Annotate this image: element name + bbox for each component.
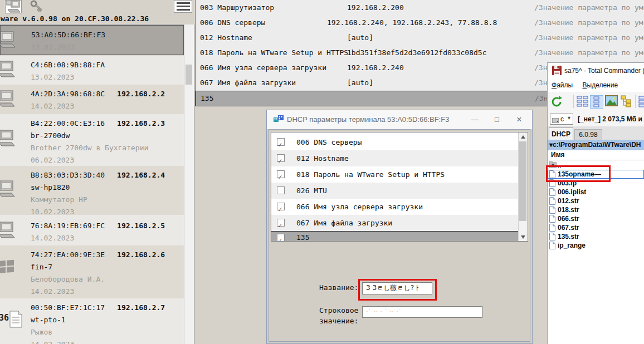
dhcp-option-row[interactable]: 026 MTU xyxy=(271,183,519,199)
file-row[interactable]: 006.iplist xyxy=(548,188,644,196)
key-icon[interactable] xyxy=(29,0,45,14)
string-value-input[interactable]: ·˙ ·· · ˙ ·· ·˙ xyxy=(362,306,482,318)
param-name: 066 Имя узла сервера загрузки xyxy=(200,60,326,75)
file-icon xyxy=(549,242,555,252)
dhcp-option-row-selected[interactable]: ✓ 135 xyxy=(271,231,519,242)
terminal-ip: 192.168.2.3 xyxy=(117,119,165,127)
table-row[interactable]: 018 Пароль на WTware Setup и HTTPS 1bd35… xyxy=(196,45,644,60)
tc-column-header[interactable]: Имя xyxy=(548,150,644,160)
param-value: 192.168.2.200 xyxy=(347,0,404,15)
table-row[interactable]: 006 DNS серверы 192.168.2.240, 192.168.2… xyxy=(196,15,644,30)
tab-6098[interactable]: 6.0.98 xyxy=(574,129,602,140)
file-name: 066.str xyxy=(558,214,579,223)
maximize-button[interactable]: □ xyxy=(487,110,506,129)
terminal-date: 14.02.2023 xyxy=(31,100,184,112)
param-comment: /Значение параметра по ум xyxy=(534,15,643,30)
drive-combobox[interactable]: c ▼ xyxy=(550,114,573,125)
hamburger-menu-icon[interactable] xyxy=(174,0,192,13)
option-label: 026 MTU xyxy=(296,183,327,199)
terminal-note: Brother 2700dw в Бухгатерии xyxy=(31,142,184,154)
terminal-hostname: fin-7 xyxy=(31,261,184,273)
tc-path-bar[interactable]: ▾c:\ProgramData\WTware\DH xyxy=(548,140,644,150)
param-comment: /Значение параметра по умо xyxy=(534,45,644,60)
scrollbar-thumb[interactable] xyxy=(186,65,192,85)
tc-toolbar xyxy=(548,92,644,112)
terminal-date: 13.02.2023 xyxy=(31,71,184,83)
table-row[interactable]: 003 Маршрутизатор 192.168.2.200 /Значени… xyxy=(196,0,644,15)
terminal-item[interactable]: 36 00:50:BF:E7:1C:17192.168.2.7 wt-pto-1… xyxy=(0,298,184,344)
terminal-item[interactable]: B4:22:00:0C:E3:16192.168.2.3 br-2700dw B… xyxy=(0,114,184,166)
tree-view-icon[interactable] xyxy=(620,95,632,109)
terminal-date: 14.02.2023 xyxy=(31,338,184,344)
full-view-icon[interactable] xyxy=(590,95,603,109)
string-value-label-line2: значение: xyxy=(319,317,358,325)
table-row[interactable]: 012 Hostname [auto] /Значение параметра … xyxy=(196,30,644,45)
checkbox-unchecked[interactable] xyxy=(277,186,285,194)
menu-files[interactable]: Файлы xyxy=(552,81,573,89)
menu-selection[interactable]: Выделение xyxy=(582,81,618,89)
tc-tab-bar: DHCP 6.0.98 xyxy=(548,126,644,140)
dhcp-dialog-icon xyxy=(274,115,284,124)
floppy-disk-icon xyxy=(552,66,562,77)
thumbnails-view-icon[interactable] xyxy=(605,95,618,108)
terminal-icon xyxy=(0,222,17,243)
checkbox-checked[interactable]: ✓ xyxy=(277,154,285,162)
toolbar-icon-partial[interactable] xyxy=(638,95,644,109)
file-row[interactable]: 067.str xyxy=(548,223,644,232)
terminal-mac: 53:A0:5D:66:BF:F3 xyxy=(31,31,105,39)
sidebar-scrollbar[interactable] xyxy=(184,24,194,344)
terminal-mac: 4A:2D:3A:98:68:8C xyxy=(31,90,105,98)
terminal-hostname: sw-hp1820 xyxy=(31,181,184,194)
file-name: 135.str xyxy=(558,232,579,241)
terminal-mac: 76:8A:19:EB:69:FC xyxy=(31,222,105,230)
dhcp-option-row[interactable]: ✓ 012 Hostname xyxy=(271,150,519,166)
file-row[interactable]: 012.str xyxy=(548,196,644,205)
brief-view-icon[interactable] xyxy=(577,95,589,109)
dhcp-option-row[interactable]: ✓ 006 DNS серверы xyxy=(271,134,519,150)
terminals-view-button[interactable] xyxy=(5,0,22,13)
tab-dhcp[interactable]: DHCP xyxy=(549,127,573,140)
terminal-item[interactable]: C4:6B:08:9B:88:FA 13.02.2023 xyxy=(0,56,184,85)
minimize-button[interactable]: — xyxy=(465,110,484,129)
dialog-titlebar[interactable]: DHCP параметры терминала 53:A0:5D:66:BF:… xyxy=(267,110,532,129)
dhcp-option-row[interactable]: ✓ 067 Имя файла загрузки xyxy=(271,215,519,231)
terminal-hostname: wt-pto-1 xyxy=(31,314,184,326)
option-label: 006 DNS серверы xyxy=(296,134,362,150)
tc-titlebar[interactable]: sa75^ - Total Commander ( xyxy=(548,63,644,78)
screen: ware v.6.0.98 on 20.CF.30.08.22.36 53:A0… xyxy=(0,0,644,344)
terminal-item[interactable]: 74:27:EA:00:9E:3E192.168.2.6 fin-7 Белоб… xyxy=(0,245,184,298)
terminal-item[interactable]: B8:83:03:D3:3D:40192.168.2.4 sw-hp1820 К… xyxy=(0,166,184,215)
terminal-item[interactable]: 53:A0:5D:66:BF:F3 13.02.2023 xyxy=(0,25,184,55)
checkbox-checked[interactable]: ✓ xyxy=(277,170,285,178)
param-name: 018 Пароль на WTware Setup и HTTPS xyxy=(200,45,348,60)
drive-info: [_нет_] 2 073,5 Мб и xyxy=(578,115,642,123)
dhcp-dialog: DHCP параметры терминала 53:A0:5D:66:BF:… xyxy=(266,110,533,344)
scrollbar-thumb[interactable] xyxy=(519,141,526,221)
chevron-down-icon: ▼ xyxy=(567,115,572,121)
dialog-list-scrollbar[interactable] xyxy=(518,132,528,241)
name-field-label: Название: xyxy=(319,283,358,292)
file-row[interactable]: ip_range xyxy=(548,241,644,250)
terminal-item[interactable]: 76:8A:19:EB:69:FC192.168.2.5 14.02.2023 xyxy=(0,215,184,245)
terminal-badge: 36 xyxy=(0,312,9,324)
scroll-up-icon[interactable] xyxy=(519,132,528,141)
terminal-hostname: br-2700dw xyxy=(31,130,184,142)
checkbox-checked[interactable]: ✓ xyxy=(277,203,285,210)
terminal-date: 06.02.2023 xyxy=(31,154,184,166)
param-value: 1bd351f38ef5d2d3e6912fd033c08d5c xyxy=(347,45,486,60)
file-row[interactable]: 135.str xyxy=(548,232,644,241)
file-row[interactable]: 066.str xyxy=(548,214,644,223)
checkbox-checked[interactable]: ✓ xyxy=(277,138,285,146)
close-button[interactable]: × xyxy=(510,110,529,129)
file-row[interactable]: 018.str xyxy=(548,205,644,214)
refresh-icon[interactable] xyxy=(550,95,563,110)
dhcp-option-row[interactable]: ✓ 018 Пароль на WTware Setup и HTTPS xyxy=(271,166,519,183)
checkbox-checked[interactable]: ✓ xyxy=(277,219,285,227)
scroll-down-icon[interactable] xyxy=(519,233,528,241)
dhcp-option-row[interactable]: ✓ 066 Имя узла сервера загрузки xyxy=(271,199,519,215)
terminal-date: 14.02.2023 xyxy=(31,286,184,298)
checkbox-checked[interactable]: ✓ xyxy=(277,234,285,242)
terminal-item[interactable]: 4A:2D:3A:98:68:8C192.168.2.2 14.02.2023 xyxy=(0,85,184,114)
tc-drive-bar: c ▼ [_нет_] 2 073,5 Мб и xyxy=(548,112,644,126)
drive-icon xyxy=(552,117,559,125)
